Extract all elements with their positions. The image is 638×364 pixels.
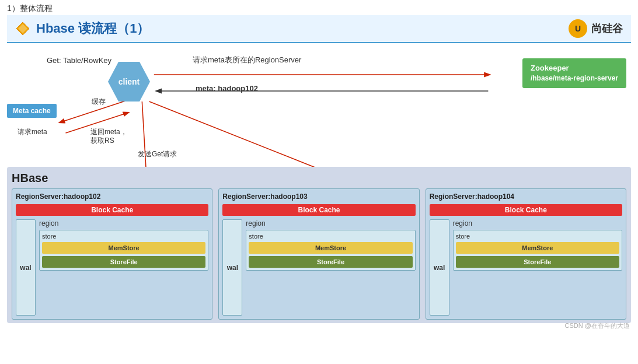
client-node: client: [108, 62, 150, 102]
rs3-block-cache: Block Cache: [430, 204, 622, 216]
servers-row: RegionServer:hadoop102 Block Cache wal r…: [12, 188, 626, 320]
rs1-store-label: store: [42, 233, 205, 240]
get-rs-label: 获取RS: [90, 136, 114, 146]
cache-label: 缓存: [92, 97, 106, 107]
rs1-memstore: MemStore: [42, 242, 205, 254]
rs-box-2: RegionServer:hadoop103 Block Cache wal r…: [218, 188, 419, 320]
send-get-label: 发送Get请求: [138, 149, 177, 159]
request-meta2-label: 请求meta: [18, 127, 47, 137]
rs1-title: RegionServer:hadoop102: [16, 192, 208, 201]
meta-cache-box: Meta cache: [7, 104, 57, 118]
zk-line1: Zookeeper: [531, 63, 618, 74]
rs2-inner: wal region store MemStore StoreFile: [222, 219, 415, 316]
top-section: 1）整体流程 Hbase 读流程（1） U 尚硅谷: [0, 0, 638, 46]
title-left: Hbase 读流程（1）: [15, 20, 149, 37]
rs3-inner: wal region store MemStore StoreFile: [430, 219, 622, 316]
svg-line-9: [149, 102, 329, 173]
hbase-section: HBase RegionServer:hadoop102 Block Cache…: [7, 167, 631, 323]
client-label: client: [118, 77, 140, 86]
rs3-wal: wal: [430, 219, 449, 316]
rs-box-3: RegionServer:hadoop104 Block Cache wal r…: [426, 188, 626, 320]
title-bar: Hbase 读流程（1） U 尚硅谷: [7, 15, 631, 43]
svg-line-8: [142, 102, 146, 173]
logo-icon: U: [568, 19, 588, 38]
get-label: Get: Table/RowKey: [47, 56, 111, 65]
meta-response-label: meta: hadoop102: [196, 84, 258, 93]
rs2-storefile: StoreFile: [249, 256, 412, 268]
rs2-region-area: region store MemStore StoreFile: [246, 219, 415, 316]
rs-box-1: RegionServer:hadoop102 Block Cache wal r…: [12, 188, 212, 320]
svg-text:U: U: [575, 24, 581, 33]
request-meta-region-label: 请求meta表所在的RegionServer: [193, 55, 301, 65]
logo-area: U 尚硅谷: [568, 19, 623, 38]
logo-text: 尚硅谷: [591, 22, 623, 36]
step-label: 1）整体流程: [7, 4, 631, 14]
rs2-memstore: MemStore: [249, 242, 412, 254]
rs3-storefile: StoreFile: [456, 256, 619, 268]
rs3-store-area: store MemStore StoreFile: [453, 230, 622, 271]
zookeeper-box: Zookeeper /hbase/meta-region-server: [522, 58, 626, 88]
rs2-store-area: store MemStore StoreFile: [246, 230, 415, 271]
rs1-inner: wal region store MemStore StoreFile: [16, 219, 208, 316]
rs3-region-label: region: [453, 219, 622, 228]
rs1-block-cache: Block Cache: [16, 204, 208, 216]
rs2-title: RegionServer:hadoop103: [222, 192, 415, 201]
rs3-store-label: store: [456, 233, 619, 240]
rs2-wal: wal: [222, 219, 242, 316]
rs1-region-area: region store MemStore StoreFile: [39, 219, 208, 316]
rs3-region-area: region store MemStore StoreFile: [453, 219, 622, 316]
client-hexagon: client: [108, 62, 150, 102]
diamond-icon: [15, 21, 30, 36]
rs1-store-area: store MemStore StoreFile: [39, 230, 208, 271]
diagram-area: Get: Table/RowKey 请求meta表所在的RegionServer…: [0, 46, 638, 331]
page-container: 1）整体流程 Hbase 读流程（1） U 尚硅谷: [0, 0, 638, 364]
rs1-storefile: StoreFile: [42, 256, 205, 268]
rs3-title: RegionServer:hadoop104: [430, 192, 622, 201]
footer-text: CSDN @在奋斗的大道: [565, 321, 630, 330]
hbase-label: HBase: [12, 172, 626, 185]
rs1-region-label: region: [39, 219, 208, 228]
rs2-region-label: region: [246, 219, 415, 228]
rs3-memstore: MemStore: [456, 242, 619, 254]
page-title: Hbase 读流程（1）: [36, 20, 149, 37]
zk-line2: /hbase/meta-region-server: [531, 74, 618, 83]
rs2-store-label: store: [249, 233, 412, 240]
rs1-wal: wal: [16, 219, 36, 316]
rs2-block-cache: Block Cache: [222, 204, 415, 216]
